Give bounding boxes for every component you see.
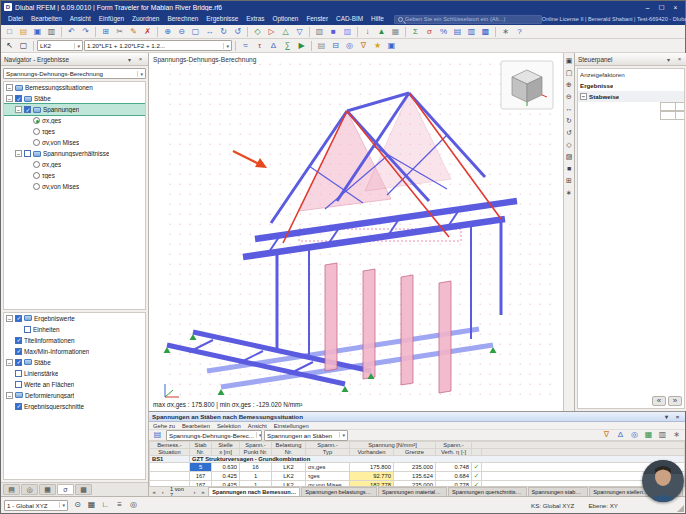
table-type-combo[interactable]: Spannungen an Stäben ▾ <box>264 430 348 441</box>
expander-icon[interactable]: − <box>15 150 22 157</box>
menu-ergebnisse[interactable]: Ergebnisse <box>202 13 242 25</box>
navigator-tab-zeigen[interactable]: ◎ <box>21 484 38 495</box>
new-model-icon[interactable]: □ <box>3 26 16 38</box>
navigator-tab-panel[interactable]: ▩ <box>75 484 92 495</box>
panel-row-ergebnisse[interactable]: Ergebnisse <box>578 80 684 91</box>
minimize-button[interactable]: – <box>641 2 654 12</box>
redo-icon[interactable]: ↷ <box>79 26 92 38</box>
ortho-icon[interactable]: ∟ <box>99 499 112 511</box>
expander-icon[interactable]: − <box>6 315 13 322</box>
checkbox-icon[interactable] <box>15 337 22 344</box>
checkbox-icon[interactable] <box>15 381 22 388</box>
panel-row-spannungen[interactable]: Spannungen1.00 <box>660 102 684 111</box>
settings-icon[interactable]: ∗ <box>499 26 512 38</box>
first-page-button[interactable]: « <box>151 489 158 495</box>
user-defined-view-icon[interactable]: ★ <box>371 40 384 52</box>
result-diagrams-icon[interactable]: ∑ <box>281 40 294 52</box>
isometric-view-icon[interactable]: ◇ <box>251 26 264 38</box>
pan-view-icon[interactable]: ↔ <box>203 26 216 38</box>
expander-icon[interactable]: − <box>15 106 22 113</box>
table-menu-einstellungen[interactable]: Einstellungen <box>274 423 309 429</box>
visibility-icon[interactable]: ◎ <box>343 40 356 52</box>
transparent-display-icon[interactable]: ▨ <box>341 26 354 38</box>
wireframe-display-icon[interactable]: ▧ <box>313 26 326 38</box>
open-model-icon[interactable]: ▤ <box>17 26 30 38</box>
full-model-view-icon[interactable]: ▣ <box>385 40 398 52</box>
copy-icon[interactable]: ⊞ <box>99 26 112 38</box>
checkbox-icon[interactable] <box>15 359 22 366</box>
radio-icon[interactable] <box>33 172 40 179</box>
menu-optionen[interactable]: Optionen <box>268 13 302 25</box>
guidelines-icon[interactable]: ≡ <box>113 499 126 511</box>
combination-combo[interactable]: 1.20*LF1 + 1.20*LF2 + 1.2... ▾ <box>84 40 232 51</box>
result-tree-item-x-ges[interactable]: σx,ges <box>4 115 145 126</box>
edit-icon[interactable]: ✎ <box>127 26 140 38</box>
result-tree-item-ges[interactable]: τges <box>4 170 145 181</box>
show-supports-icon[interactable]: ▲ <box>375 26 388 38</box>
radio-icon[interactable] <box>33 139 40 146</box>
display-tree-item-titelinformationen[interactable]: Titelinformationen <box>4 335 145 346</box>
delete-icon[interactable]: ✗ <box>141 26 154 38</box>
display-tree-item-st-be[interactable]: −Stäbe <box>4 357 145 368</box>
help-icon[interactable]: ? <box>513 26 526 38</box>
close-icon[interactable]: × <box>675 56 684 62</box>
stress-results-table[interactable]: Bemess.-StabStelleSpann.-BelastungSpann.… <box>149 441 685 486</box>
factor-value-field[interactable]: 1.00 <box>675 102 685 111</box>
expander-icon[interactable]: − <box>580 93 587 100</box>
hidden-lines-icon[interactable]: ▨ <box>564 151 574 162</box>
print-table-icon[interactable]: ▥ <box>656 430 669 440</box>
view-in-x-icon[interactable]: ▷ <box>265 26 278 38</box>
display-tree-item-linienst-rke[interactable]: Linienstärke <box>4 368 145 379</box>
previous-view-icon[interactable]: ↺ <box>231 26 244 38</box>
radio-icon[interactable] <box>33 183 40 190</box>
zoom-all-icon[interactable]: ▣ <box>564 55 574 66</box>
table-menu-selektion[interactable]: Selektion <box>217 423 241 429</box>
result-type-combo[interactable]: Spannungs-Dehnungs-Berechnung ▾ <box>3 68 146 79</box>
view-zoom-in-icon[interactable]: ⊕ <box>564 79 574 90</box>
result-tree-item-v-von-mises[interactable]: σv,von Mises <box>4 137 145 148</box>
table-settings-icon[interactable]: ∗ <box>670 430 683 440</box>
checkbox-icon[interactable] <box>15 348 22 355</box>
show-loads-icon[interactable]: ↓ <box>361 26 374 38</box>
table-row[interactable]: 50.63016LK2σx,ges175.800235.0000.748✓ <box>150 463 685 472</box>
clipping-plane-icon[interactable]: ⊟ <box>329 40 342 52</box>
result-tree-item-spannungen[interactable]: −Spannungen <box>4 104 145 115</box>
checkbox-icon[interactable] <box>15 95 22 102</box>
loadcase-combo[interactable]: LK2 ▾ <box>37 40 83 51</box>
table-menu-ansicht[interactable]: Ansicht <box>248 423 267 429</box>
menu-fenster[interactable]: Fenster <box>302 13 332 25</box>
model-viewport[interactable]: Spannungs-Dehnungs-Berechnung <box>149 53 563 411</box>
close-button[interactable]: × <box>669 2 682 12</box>
table-tab-spannungen-stabweise[interactable]: Spannungen stabweise <box>528 487 589 496</box>
menu-berechnen[interactable]: Berechnen <box>163 13 202 25</box>
view-isometric-icon[interactable]: ◇ <box>564 139 574 150</box>
table-tab-spannungen-nach-bemessungssituation[interactable]: Spannungen nach Bemessungssituation <box>208 487 300 496</box>
show-navigator-icon[interactable]: ▥ <box>465 26 478 38</box>
view-in-y-icon[interactable]: △ <box>279 26 292 38</box>
solid-display-icon[interactable]: ■ <box>327 26 340 38</box>
radio-icon[interactable] <box>33 161 40 168</box>
export-excel-icon[interactable]: ▦ <box>642 430 655 440</box>
menu-cad-bim[interactable]: CAD-BIM <box>332 13 367 25</box>
panel-row-stabweise[interactable]: −Stabweise <box>578 91 684 102</box>
show-panel-icon[interactable]: ▩ <box>479 26 492 38</box>
expander-icon[interactable]: − <box>6 359 13 366</box>
navigator-tab-daten[interactable]: ▤ <box>3 484 20 495</box>
zoom-in-icon[interactable]: ⊕ <box>161 26 174 38</box>
menu-extras[interactable]: Extras <box>242 13 268 25</box>
display-tree-item-ergebnisquerschnitte[interactable]: Ergebnisquerschnitte <box>4 401 145 412</box>
pin-icon[interactable]: ▾ <box>125 56 134 63</box>
navigation-cube[interactable] <box>501 61 553 109</box>
legend-icon[interactable]: ▤ <box>315 40 328 52</box>
result-tree-item-x-ges[interactable]: σx,ges <box>4 159 145 170</box>
previous-page-button[interactable]: ‹ <box>160 489 167 495</box>
extreme-values-icon[interactable]: Δ <box>614 430 627 440</box>
result-values-icon[interactable]: % <box>437 26 450 38</box>
expander-icon[interactable]: − <box>6 95 13 102</box>
show-deformation-icon[interactable]: ≈ <box>239 40 252 52</box>
menu-bearbeiten[interactable]: Bearbeiten <box>27 13 66 25</box>
result-tree-item-ges[interactable]: τges <box>4 126 145 137</box>
clip-box-icon[interactable]: ⊞ <box>564 175 574 186</box>
rotate-view-icon[interactable]: ↻ <box>217 26 230 38</box>
result-tree-item-st-be[interactable]: −Stäbe <box>4 93 145 104</box>
